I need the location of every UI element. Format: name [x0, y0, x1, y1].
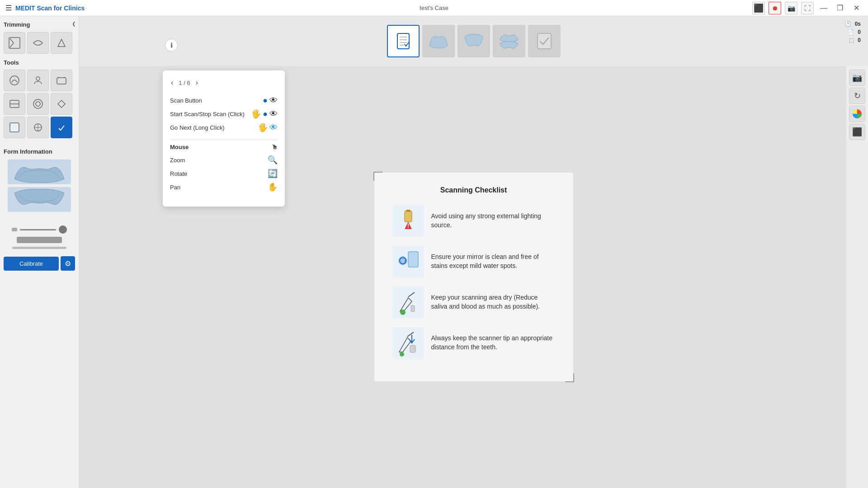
checklist-item-4: Always keep the scanner tip an appropria…	[392, 327, 555, 359]
copies-counter: 📄 0	[844, 29, 861, 35]
minimize-btn[interactable]: —	[817, 2, 830, 14]
record-indicator-btn[interactable]: ⬛	[752, 2, 765, 14]
titlebar: ☰ MEDIT Scan for Clinics test's Case ⬛ ⏺…	[0, 0, 868, 16]
popup-pan-icon: ✋	[268, 182, 278, 192]
trimming-title: Trimming	[4, 21, 30, 28]
popup-start-scan-label: Start Scan/Stop Scan (Click)	[170, 111, 245, 117]
tools-section: Tools	[4, 59, 75, 66]
corner-tl	[373, 172, 382, 181]
copies-value: 0	[858, 29, 861, 35]
time-value: 0s	[855, 21, 861, 27]
svg-point-32	[400, 310, 406, 315]
left-sidebar: Trimming 《 Tools	[0, 16, 79, 488]
top-nav: 🕐 0s 📄 0 ⬚ 0	[79, 16, 868, 66]
fullscreen-btn[interactable]: ⛶	[801, 2, 814, 14]
checklist-item-3: Keep your scanning area dry (Reduce sali…	[392, 286, 555, 318]
popup-panel: ‹ 1 / 6 › Scan Button ● 👁 Start S	[163, 70, 285, 206]
svg-rect-3	[57, 78, 66, 84]
tool-4[interactable]	[4, 93, 25, 115]
popup-pan-label: Pan	[170, 184, 180, 191]
popup-divider	[170, 140, 278, 140]
close-btn[interactable]: ✕	[850, 2, 863, 14]
slices-icon: ⬚	[849, 37, 854, 43]
checklist-text-1: Avoid using any strong external lighting…	[431, 212, 555, 230]
popup-next-btn[interactable]: ›	[195, 78, 199, 88]
tool-5[interactable]	[27, 93, 49, 115]
svg-rect-18	[538, 33, 551, 49]
rt-camera-btn[interactable]: 📷	[849, 70, 865, 86]
rt-3d-btn[interactable]: ⬛	[849, 124, 865, 140]
popup-start-scan-icons: 🖐 ● 👁	[251, 109, 278, 119]
tab-verify[interactable]	[528, 25, 561, 57]
svg-point-7	[36, 102, 40, 106]
svg-text:✦: ✦	[399, 261, 402, 264]
svg-rect-12	[57, 123, 66, 132]
popup-scan-button-icons: ● 👁	[263, 96, 278, 105]
calibrate-button[interactable]: Calibrate	[4, 257, 59, 271]
lower-dental-image	[8, 187, 71, 212]
popup-zoom-label: Zoom	[170, 157, 185, 164]
popup-active-eye-icon: 👁	[269, 123, 278, 132]
tool-8[interactable]	[27, 117, 49, 138]
screenshot-btn[interactable]: 📷	[785, 2, 797, 14]
form-info-images	[4, 160, 75, 212]
tab-checklist[interactable]	[387, 25, 420, 57]
tab-lower[interactable]	[458, 25, 490, 57]
record-btn[interactable]: ⏺	[769, 2, 781, 14]
main-layout: Trimming 《 Tools	[0, 16, 868, 488]
tab-both[interactable]	[493, 25, 525, 57]
window-controls: ⬛ ⏺ 📷 ⛶ — ❐ ✕	[752, 2, 863, 14]
svg-rect-13	[397, 33, 409, 49]
popup-scan-button-section: Scan Button ● 👁 Start Scan/Stop Scan (Cl…	[170, 94, 278, 134]
slices-counter: ⬚ 0	[844, 37, 861, 43]
svg-rect-25	[408, 252, 418, 267]
time-icon: 🕐	[844, 21, 851, 27]
right-toolbar: 📷 ↻ ⬛	[846, 66, 868, 488]
popup-go-next-label: Go Next (Long Click)	[170, 124, 225, 131]
calibrate-settings-button[interactable]: ⚙	[61, 256, 75, 271]
menu-icon[interactable]: ☰	[5, 4, 12, 12]
popup-prev-btn[interactable]: ‹	[170, 78, 174, 88]
svg-rect-31	[395, 289, 422, 316]
svg-point-34	[400, 352, 404, 357]
popup-scan-blue-icon: ●	[263, 96, 268, 105]
scanner-illustration	[4, 216, 75, 249]
content-area: ℹ ‹ 1 / 6 › Scan Button ● 👁	[79, 16, 868, 488]
collapse-btn[interactable]: 《	[70, 21, 75, 28]
popup-page: 1 / 6	[179, 80, 190, 86]
tab-upper[interactable]	[422, 25, 455, 57]
popup-nav: ‹ 1 / 6 ›	[170, 78, 278, 88]
svg-text:✦: ✦	[404, 259, 407, 263]
checklist-title: Scanning Checklist	[392, 186, 555, 194]
trimming-tools	[4, 32, 75, 54]
checklist-text-3: Keep your scanning area dry (Reduce sali…	[431, 293, 555, 311]
checklist-text-4: Always keep the scanner tip an appropria…	[431, 334, 555, 352]
calibrate-row: Calibrate ⚙	[4, 256, 75, 271]
popup-rotate-label: Rotate	[170, 170, 187, 177]
tool-1[interactable]	[4, 70, 25, 91]
rt-color-btn[interactable]	[849, 106, 865, 122]
maximize-btn[interactable]: ❐	[834, 2, 846, 14]
svg-rect-20	[405, 211, 412, 222]
upper-dental-image	[8, 160, 71, 184]
form-info-title: Form Information	[4, 148, 75, 155]
checklist-icon-2: ✦ ✦ ✦	[392, 246, 424, 277]
rt-rotate-btn[interactable]: ↻	[849, 88, 865, 104]
tool-2[interactable]	[27, 70, 49, 91]
tool-6[interactable]	[51, 93, 72, 115]
trim-tool-1[interactable]	[4, 32, 25, 54]
popup-go-next-row: Go Next (Long Click) 🖐 👁	[170, 121, 278, 134]
info-button[interactable]: ℹ	[165, 39, 178, 52]
popup-start-scan-row: Start Scan/Stop Scan (Click) 🖐 ● 👁	[170, 107, 278, 121]
checklist-icon-4	[392, 327, 424, 359]
trim-tool-3[interactable]	[51, 32, 72, 54]
tool-3[interactable]	[51, 70, 72, 91]
trim-tool-2[interactable]	[27, 32, 49, 54]
corner-br	[565, 373, 574, 382]
checklist-item-1: ! Avoid using any strong external lighti…	[392, 205, 555, 237]
popup-blue-dot-icon: ●	[263, 109, 268, 119]
slices-value: 0	[858, 37, 861, 43]
checklist-card: Scanning Checklist ! Avoid using a	[374, 173, 573, 381]
tool-9[interactable]	[51, 117, 72, 138]
tool-7[interactable]	[4, 117, 25, 138]
